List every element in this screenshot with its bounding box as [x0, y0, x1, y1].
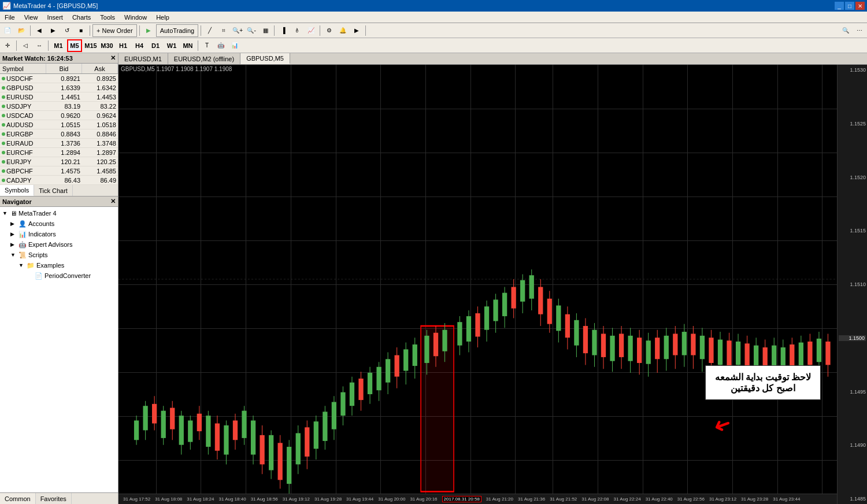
- period-h4[interactable]: H4: [132, 39, 147, 52]
- chart-tab-gbpusd-m5[interactable]: GBPUSD,M5: [240, 53, 290, 64]
- chart-mode-btn[interactable]: ▦: [259, 24, 272, 37]
- forward-btn[interactable]: ▶: [47, 24, 60, 37]
- market-watch-row[interactable]: USDCHF 0.8921 0.8925: [0, 74, 118, 83]
- market-watch-row[interactable]: USDJPY 83.19 83.22: [0, 102, 118, 111]
- svg-rect-133: [727, 340, 731, 366]
- menu-help[interactable]: Help: [151, 13, 174, 22]
- period-m5[interactable]: M5: [67, 39, 82, 52]
- bar-chart-btn[interactable]: ▐: [277, 24, 290, 37]
- market-watch-row[interactable]: GBPUSD 1.6339 1.6342: [0, 83, 118, 92]
- market-watch-row[interactable]: USDCAD 0.9620 0.9624: [0, 111, 118, 120]
- time-label-1: 31 Aug 17:52: [123, 496, 150, 502]
- scripts-btn[interactable]: ▶: [350, 24, 363, 37]
- period-h1[interactable]: H1: [116, 39, 131, 52]
- chart-tab-eurusd-m1[interactable]: EURUSD,M1: [118, 53, 168, 64]
- market-watch-row[interactable]: EURCHF 1.2894 1.2897: [0, 148, 118, 157]
- market-watch-row[interactable]: CADJPY 86.43 86.49: [0, 176, 118, 185]
- open-btn[interactable]: 📂: [15, 24, 28, 37]
- period-mn[interactable]: MN: [180, 39, 195, 52]
- nav-item-metatrader-4[interactable]: ▼🖥MetaTrader 4: [0, 208, 118, 218]
- navigator-header: Navigator ✕: [0, 197, 118, 207]
- market-watch-row[interactable]: EURGBP 0.8843 0.8846: [0, 129, 118, 139]
- nav-tab-favorites[interactable]: Favorites: [36, 493, 72, 504]
- indicator2-btn[interactable]: 📊: [228, 39, 241, 52]
- menu-tools[interactable]: Tools: [95, 13, 120, 22]
- expert-btn[interactable]: 🤖: [214, 39, 227, 52]
- svg-rect-58: [386, 359, 390, 382]
- close-btn[interactable]: ✕: [855, 2, 865, 10]
- nav-item-indicators[interactable]: ▶📊Indicators: [0, 229, 118, 239]
- nav-item-expert-advisors[interactable]: ▶🤖Expert Advisors: [0, 239, 118, 250]
- period-w1[interactable]: W1: [164, 39, 179, 52]
- time-label-2: 31 Aug 18:08: [155, 496, 182, 502]
- nav-item-accounts[interactable]: ▶👤Accounts: [0, 218, 118, 229]
- back-btn[interactable]: ◀: [33, 24, 46, 37]
- market-watch-row[interactable]: AUDUSD 1.0515 1.0518: [0, 120, 118, 129]
- new-btn[interactable]: 📄: [1, 24, 14, 37]
- template-btn[interactable]: T: [201, 39, 213, 52]
- time-label-7: 31 Aug 19:28: [314, 496, 342, 502]
- tab-tick-chart[interactable]: Tick Chart: [34, 185, 73, 196]
- svg-rect-52: [358, 379, 363, 400]
- nav-item-periodconverter[interactable]: 📄PeriodConverter: [0, 270, 118, 281]
- svg-rect-95: [556, 306, 561, 331]
- maximize-btn[interactable]: □: [845, 2, 854, 10]
- menu-window[interactable]: Window: [120, 13, 151, 22]
- svg-rect-62: [403, 349, 408, 370]
- chart-canvas[interactable]: GBPUSD,M5 1.1907 1.1908 1.1907 1.1908: [118, 65, 867, 504]
- order-icon: +: [97, 27, 100, 34]
- line-studies-btn[interactable]: ╱: [203, 24, 216, 37]
- nav-close-btn[interactable]: ✕: [110, 198, 116, 205]
- chart-tab-eurusd-m2[interactable]: EURUSD,M2 (offline): [168, 53, 240, 64]
- left-panel: Market Watch: 16:24:53 ✕ Symbol Bid Ask …: [0, 53, 118, 504]
- stop-btn[interactable]: ■: [75, 24, 87, 37]
- nav-tab-common[interactable]: Common: [0, 493, 36, 504]
- market-watch-row[interactable]: EURUSD 1.4451 1.4453: [0, 92, 118, 102]
- zoom-in-btn[interactable]: 🔍+: [231, 24, 244, 37]
- refresh-btn[interactable]: ↺: [61, 24, 73, 37]
- market-watch-row[interactable]: EURJPY 120.21 120.25: [0, 157, 118, 166]
- period-d1[interactable]: D1: [148, 39, 163, 52]
- price-3: 1.1520: [839, 175, 866, 180]
- menu-view[interactable]: View: [20, 13, 43, 22]
- window-controls[interactable]: _ □ ✕: [835, 2, 865, 10]
- nav-item-examples[interactable]: ▼📁Examples: [0, 260, 118, 270]
- settings-btn[interactable]: ⚙: [323, 24, 335, 37]
- svg-rect-30: [260, 435, 264, 465]
- time-label-14: 31 Aug 22:08: [581, 496, 609, 502]
- line-chart-btn[interactable]: 📈: [305, 24, 317, 37]
- period-m15[interactable]: M15: [83, 39, 98, 52]
- drag-btn[interactable]: ↔: [33, 39, 46, 52]
- window-title: 📈 MetaTrader 4 - [GBPUSD,M5]: [2, 2, 98, 10]
- new-order-btn[interactable]: + New Order: [92, 24, 137, 37]
- crosshair-btn[interactable]: ✛: [1, 39, 14, 52]
- alerts-btn[interactable]: 🔔: [336, 24, 349, 37]
- market-watch-symbols: USDCHF 0.8921 0.8925 GBPUSD 1.6339 1.634…: [0, 74, 118, 185]
- scroll-left-btn[interactable]: ◁: [19, 39, 32, 52]
- menu-insert[interactable]: Insert: [42, 13, 68, 22]
- candle-btn[interactable]: 🕯: [291, 24, 303, 37]
- market-watch-row[interactable]: EURAUD 1.3736 1.3748: [0, 139, 118, 148]
- navigator-title: Navigator: [2, 198, 32, 205]
- time-label-16: 31 Aug 22:40: [646, 496, 673, 502]
- mw-close-btn[interactable]: ✕: [110, 54, 116, 62]
- more-btn[interactable]: ⋯: [853, 24, 866, 37]
- indicators-btn[interactable]: ⌗: [217, 24, 230, 37]
- zoom-out-btn[interactable]: 🔍-: [245, 24, 258, 37]
- autotrading-btn[interactable]: AutoTrading: [156, 24, 199, 37]
- svg-rect-93: [547, 299, 552, 324]
- period-m1[interactable]: M1: [51, 39, 66, 52]
- nav-item-scripts[interactable]: ▼📜Scripts: [0, 250, 118, 260]
- market-watch-row[interactable]: GBPCHF 1.4575 1.4585: [0, 166, 118, 176]
- period-m30[interactable]: M30: [99, 39, 114, 52]
- toolbar-1: 📄 📂 ◀ ▶ ↺ ■ + New Order ▶ AutoTrading ╱ …: [0, 23, 867, 38]
- tab-symbols[interactable]: Symbols: [0, 185, 34, 196]
- search-btn[interactable]: 🔍: [839, 24, 852, 37]
- price-scale: 1.1530 1.1525 1.1520 1.1515 1.1510 1.150…: [837, 65, 867, 504]
- svg-rect-10: [170, 408, 175, 429]
- minimize-btn[interactable]: _: [835, 2, 844, 10]
- menu-file[interactable]: File: [0, 13, 20, 22]
- svg-rect-24: [233, 421, 238, 440]
- menu-charts[interactable]: Charts: [68, 13, 95, 22]
- svg-rect-97: [565, 314, 570, 338]
